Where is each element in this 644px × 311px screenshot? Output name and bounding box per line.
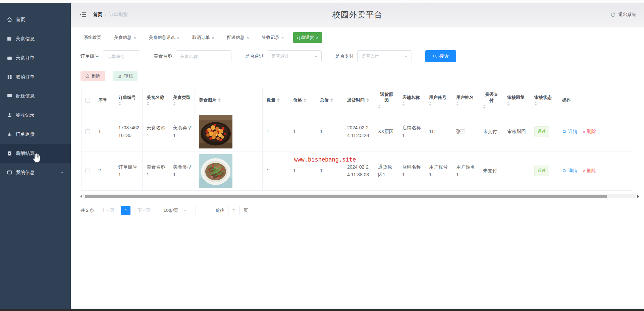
panel-icon [7, 170, 12, 175]
home-icon [7, 17, 12, 22]
food-name-input[interactable] [176, 50, 231, 62]
close-icon[interactable]: × [247, 36, 249, 40]
search-button[interactable]: 搜索 [425, 50, 456, 62]
tab-cancel-orders[interactable]: 取消订单× [189, 32, 218, 43]
scrollbar-thumb[interactable] [85, 195, 607, 198]
tab-receipt-records[interactable]: 签收记录× [258, 32, 287, 43]
next-page-button[interactable]: 下一页 [137, 207, 150, 213]
prev-page-button[interactable]: 上一页 [101, 207, 114, 213]
scroll-right-arrow-icon[interactable] [637, 195, 639, 198]
delete-link[interactable]: × 删除 [582, 167, 596, 175]
cell-quantity: 1 [263, 112, 289, 151]
sort-icon[interactable] [330, 98, 333, 102]
approved-select[interactable]: 是否通过 [267, 50, 322, 62]
delete-button[interactable]: 删除 [80, 71, 105, 81]
tab-order-returns[interactable]: 订单退货× [293, 32, 322, 43]
tab-delivery-info[interactable]: 配送信息× [224, 32, 253, 43]
sort-icon[interactable] [173, 102, 176, 106]
sidebar-item-label: 我的信息 [16, 170, 56, 176]
chevron-down-icon [404, 54, 408, 58]
close-icon[interactable]: × [177, 36, 180, 40]
grid-icon [7, 74, 12, 80]
sort-icon[interactable] [507, 102, 510, 106]
cell-shop-name: 店铺名称1 [398, 112, 425, 151]
close-icon[interactable]: × [212, 36, 214, 40]
col-paid[interactable]: 是否支付 [479, 88, 503, 112]
sidebar-item-receipt-records[interactable]: 签收记录 [0, 106, 71, 125]
col-total[interactable]: 总价 [316, 88, 343, 112]
scroll-left-arrow-icon[interactable] [80, 195, 82, 198]
goto-page-input[interactable] [228, 206, 239, 215]
select-all-checkbox[interactable] [85, 98, 90, 103]
col-food-name[interactable]: 美食名称 [143, 88, 169, 112]
page-size-select[interactable]: 10条/页 [160, 206, 196, 215]
detail-link[interactable]: 详情 [562, 167, 578, 175]
sidebar-item-order-returns[interactable]: 订单退货 [0, 125, 71, 144]
sort-icon[interactable] [429, 102, 432, 106]
food-photo [199, 154, 232, 188]
sidebar-item-food-orders[interactable]: 美食订单 [0, 48, 71, 67]
close-icon[interactable]: × [133, 36, 136, 40]
col-food-type[interactable]: 美食类型 [169, 88, 195, 112]
col-food-image[interactable]: 美食图片 [195, 88, 263, 112]
sort-icon[interactable] [304, 98, 306, 102]
sort-icon[interactable] [118, 102, 121, 106]
col-reason[interactable]: 退货原因 [374, 88, 398, 112]
col-return-time[interactable]: 退货时间 [343, 88, 374, 112]
close-icon[interactable]: × [281, 36, 284, 40]
page-number-button[interactable]: 1 [121, 206, 130, 215]
approved-label: 是否通过 [245, 53, 264, 59]
col-user-name[interactable]: 用户姓名 [452, 88, 479, 112]
sort-icon[interactable] [277, 98, 280, 102]
cell-user-name: 张三 [452, 112, 479, 151]
col-audit-status[interactable]: 审核状态 [530, 88, 558, 112]
sidebar-item-label: 取消订单 [16, 74, 35, 80]
detail-link[interactable]: 详情 [562, 128, 578, 135]
sidebar-item-label: 美食信息 [16, 36, 35, 42]
filter-bar: 订单编号 美食名称 是否通过 是否通过 是否支付 是否支付 搜索 [71, 47, 644, 62]
audit-button[interactable]: 审核 [113, 71, 138, 81]
tab-food-comments[interactable]: 美食信息评论× [146, 32, 183, 43]
sort-icon[interactable] [456, 102, 459, 106]
row-checkbox[interactable] [85, 129, 90, 134]
sort-icon[interactable] [366, 98, 369, 102]
cell-reason: 退货原因1 [374, 151, 398, 191]
cell-quantity: 1 [263, 151, 289, 191]
top-strip [0, 0, 644, 3]
tab-food-info[interactable]: 美食信息× [111, 32, 140, 43]
breadcrumb-separator: / [105, 12, 106, 17]
logout-button[interactable]: 退出系统 [610, 12, 636, 18]
sidebar-item-cancel-orders[interactable]: 取消订单 [0, 67, 71, 86]
sidebar-item-food-info[interactable]: 美食信息 [0, 29, 71, 48]
tab-system-home[interactable]: 系统首页 [80, 32, 105, 43]
cell-paid: 未支付 [479, 151, 503, 191]
page: 首页 美食信息 美食订单 取消订单 配送信息 签收记录 订单退货 薪酬结算 [0, 0, 644, 311]
sidebar-item-salary-settlement[interactable]: 薪酬结算 [0, 144, 71, 163]
order-no-input[interactable] [103, 50, 140, 62]
col-price[interactable]: 价格 [289, 88, 316, 112]
paid-select[interactable]: 是否支付 [357, 50, 412, 62]
sort-icon[interactable] [378, 105, 381, 109]
sidebar-item-label: 配送信息 [16, 93, 35, 99]
sort-icon[interactable] [483, 105, 486, 109]
delete-link[interactable]: × 删除 [582, 128, 596, 135]
close-icon[interactable]: × [316, 36, 319, 40]
sort-icon[interactable] [402, 102, 405, 106]
col-quantity[interactable]: 数量 [263, 88, 289, 112]
sort-icon[interactable] [534, 102, 537, 106]
sidebar-item-my-info[interactable]: 我的信息 [0, 163, 71, 182]
col-order-no[interactable]: 订单编号 [114, 88, 143, 112]
sort-icon[interactable] [147, 102, 149, 106]
sidebar-item-delivery-info[interactable]: 配送信息 [0, 86, 71, 106]
col-shop-name[interactable]: 店铺名称 [398, 88, 425, 112]
minus-circle-icon [85, 74, 90, 78]
row-checkbox[interactable] [85, 169, 90, 173]
cell-user-account: 111 [425, 112, 452, 151]
breadcrumb-home[interactable]: 首页 [93, 12, 102, 18]
col-user-account[interactable]: 用户账号 [425, 88, 452, 112]
col-audit-reply[interactable]: 审核回复 [503, 88, 530, 112]
sort-icon[interactable] [218, 98, 221, 102]
magnifier-icon [562, 129, 567, 134]
sidebar-item-home[interactable]: 首页 [0, 10, 71, 29]
horizontal-scrollbar[interactable] [83, 194, 636, 198]
